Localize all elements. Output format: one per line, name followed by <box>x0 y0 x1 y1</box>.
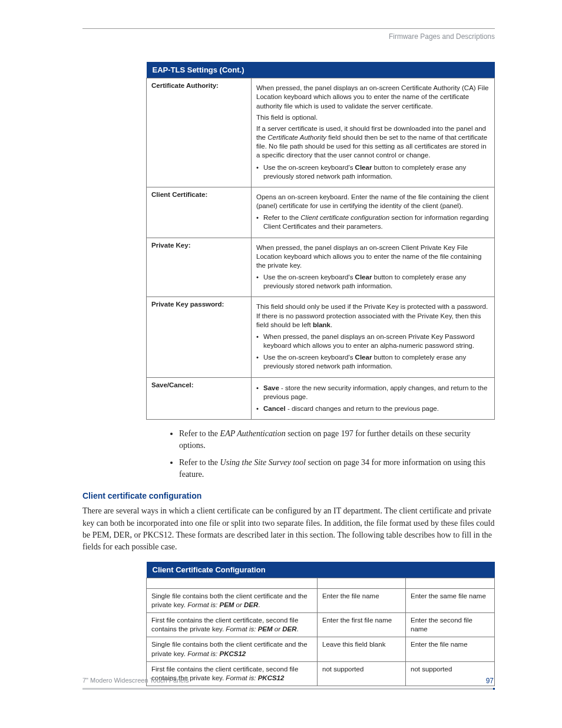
content2: Client Certificate Configuration Single … <box>146 562 495 687</box>
table-row: First file contains the client certifica… <box>147 613 495 637</box>
empty-header <box>318 578 406 588</box>
cell: Enter the second file name <box>406 613 495 637</box>
bullet: When pressed, the panel displays an on-s… <box>256 332 490 350</box>
footer: 7" Modero Widescreen Touch Panels 97 <box>82 677 495 690</box>
table2-title: Client Certificate Configuration <box>147 562 495 578</box>
list-item: Refer to the EAP Authentication section … <box>179 428 495 452</box>
table-row: Client Certificate: Opens an on-screen k… <box>147 187 495 238</box>
row-value: When pressed, the panel displays an on-s… <box>252 78 495 187</box>
top-rule <box>82 28 495 29</box>
content: EAP-TLS Settings (Cont.) Certificate Aut… <box>146 62 495 480</box>
row-value: When pressed, the panel displays an on-s… <box>252 238 495 297</box>
cell: Single file contains both the client cer… <box>147 588 318 612</box>
cell: Enter the file name <box>318 588 406 612</box>
outer-bullets: Refer to the EAP Authentication section … <box>146 428 495 480</box>
bullet: Refer to the Client certificate configur… <box>256 213 490 231</box>
cell: First file contains the client certifica… <box>147 613 318 637</box>
text: If a server certificate is used, it shou… <box>256 124 490 160</box>
empty-header <box>147 578 318 588</box>
table-row: Single file contains both the client cer… <box>147 637 495 661</box>
row-label: Certificate Authority: <box>147 78 252 187</box>
subhead: Client certificate configuration <box>82 491 495 500</box>
empty-header <box>406 578 495 588</box>
row-label: Private Key: <box>147 238 252 297</box>
footer-left: 7" Modero Widescreen Touch Panels <box>82 677 189 684</box>
cell: Enter the same file name <box>406 588 495 612</box>
table-row: Certificate Authority: When pressed, the… <box>147 78 495 187</box>
cell: Leave this field blank <box>318 637 406 661</box>
list-item: Refer to the Using the Site Survey tool … <box>179 457 495 481</box>
footer-rule <box>82 688 495 690</box>
text: When pressed, the panel displays an on-s… <box>256 84 490 111</box>
cell: Single file contains both the client cer… <box>147 637 318 661</box>
row-value: This field should only be used if the Pr… <box>252 297 495 377</box>
text: Opens an on-screen keyboard. Enter the n… <box>256 193 490 210</box>
row-label: Client Certificate: <box>147 187 252 238</box>
row-value: Opens an on-screen keyboard. Enter the n… <box>252 187 495 238</box>
bullet: Use the on-screen keyboard's Clear butto… <box>256 273 490 291</box>
text: When pressed, the panel displays an on-s… <box>256 243 490 271</box>
text: This field is optional. <box>256 113 490 122</box>
table-row: Save/Cancel: Save - store the new securi… <box>147 377 495 420</box>
table-row: Private Key password: This field should … <box>147 297 495 377</box>
table-row <box>147 578 495 588</box>
bullet: Use the on-screen keyboard's Clear butto… <box>256 353 490 371</box>
client-cert-table: Client Certificate Configuration Single … <box>146 562 495 687</box>
row-label: Save/Cancel: <box>147 377 252 420</box>
cell: Enter the first file name <box>318 613 406 637</box>
paragraph: There are several ways in which a client… <box>82 505 495 553</box>
running-head: Firmware Pages and Descriptions <box>82 32 495 41</box>
bullet: Use the on-screen keyboard's Clear butto… <box>256 163 490 181</box>
page: Firmware Pages and Descriptions EAP-TLS … <box>82 28 495 686</box>
bullet: Cancel - discard changes and return to t… <box>256 404 490 413</box>
page-number: 97 <box>486 677 495 685</box>
row-value: Save - store the new security informatio… <box>252 377 495 420</box>
table-row: Single file contains both the client cer… <box>147 588 495 612</box>
bullet: Save - store the new security informatio… <box>256 384 490 401</box>
row-label: Private Key password: <box>147 297 252 377</box>
eap-tls-table: EAP-TLS Settings (Cont.) Certificate Aut… <box>146 62 495 420</box>
table-row: Private Key: When pressed, the panel dis… <box>147 238 495 297</box>
table1-title: EAP-TLS Settings (Cont.) <box>147 62 495 78</box>
text: This field should only be used if the Pr… <box>256 302 490 330</box>
cell: Enter the file name <box>406 637 495 661</box>
